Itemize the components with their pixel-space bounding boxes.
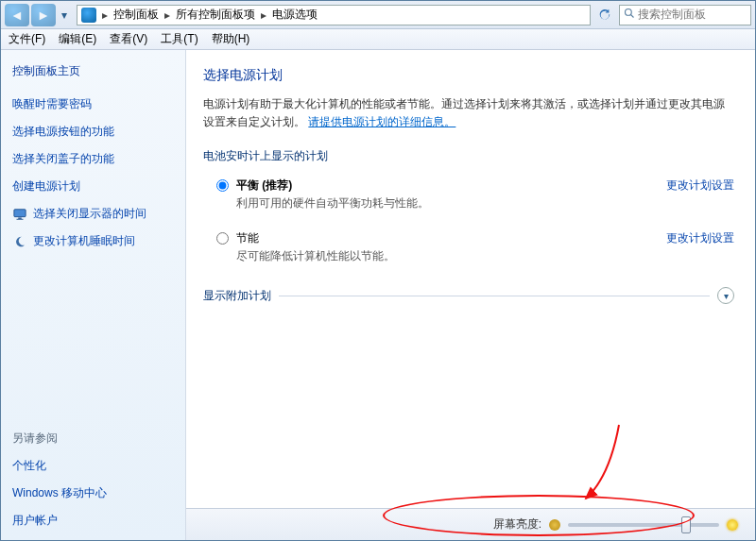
sidebar-item-label: 更改计算机睡眠时间 bbox=[33, 233, 135, 249]
sidebar: 控制面板主页 唤醒时需要密码 选择电源按钮的功能 选择关闭盖子的功能 创建电源计… bbox=[1, 50, 186, 540]
menu-edit[interactable]: 编辑(E) bbox=[57, 30, 98, 48]
brightness-label: 屏幕亮度: bbox=[493, 516, 541, 533]
plan-name: 平衡 (推荐) bbox=[236, 178, 657, 194]
plan-name: 节能 bbox=[236, 230, 657, 246]
chevron-right-icon[interactable]: ▸ bbox=[161, 8, 174, 22]
main-panel: 选择电源计划 电源计划有助于最大化计算机的性能或者节能。通过选择计划来将其激活，… bbox=[186, 50, 755, 540]
divider bbox=[279, 296, 710, 296]
sidebar-item-label: 选择关闭显示器的时间 bbox=[33, 206, 146, 222]
breadcrumb[interactable]: ▸ 控制面板 ▸ 所有控制面板项 ▸ 电源选项 bbox=[77, 5, 591, 25]
brightness-low-icon bbox=[549, 519, 560, 531]
svg-point-0 bbox=[626, 9, 632, 16]
menu-tools[interactable]: 工具(T) bbox=[159, 30, 199, 48]
see-also-personalization[interactable]: 个性化 bbox=[12, 458, 174, 474]
back-button[interactable]: ◄ bbox=[5, 4, 29, 26]
control-panel-icon bbox=[81, 8, 96, 23]
breadcrumb-segment[interactable]: 控制面板 bbox=[112, 5, 161, 25]
details-link[interactable]: 请提供电源计划的详细信息。 bbox=[308, 115, 455, 128]
sidebar-link-power-button[interactable]: 选择电源按钮的功能 bbox=[12, 124, 174, 140]
breadcrumb-segment[interactable]: 电源选项 bbox=[270, 5, 319, 25]
brightness-bar: 屏幕亮度: bbox=[186, 508, 755, 540]
plan-radio-saver[interactable] bbox=[216, 232, 229, 245]
plan-desc: 尽可能降低计算机性能以节能。 bbox=[236, 248, 657, 264]
brightness-high-icon bbox=[727, 519, 738, 531]
menu-help[interactable]: 帮助(H) bbox=[210, 30, 252, 48]
see-also-mobility-center[interactable]: Windows 移动中心 bbox=[12, 485, 174, 501]
sidebar-home-link[interactable]: 控制面板主页 bbox=[12, 63, 174, 79]
change-plan-settings-link[interactable]: 更改计划设置 bbox=[666, 230, 734, 246]
breadcrumb-segment[interactable]: 所有控制面板项 bbox=[174, 5, 257, 25]
sidebar-item-label: 选择关闭盖子的功能 bbox=[12, 151, 114, 167]
chevron-right-icon[interactable]: ▸ bbox=[98, 8, 112, 22]
menu-file[interactable]: 文件(F) bbox=[7, 30, 47, 48]
moon-icon bbox=[12, 234, 27, 249]
plan-group-label: 电池安时计上显示的计划 bbox=[203, 148, 734, 164]
refresh-button[interactable] bbox=[594, 6, 615, 25]
additional-plans-row: 显示附加计划 ▾ bbox=[203, 287, 734, 304]
menu-view[interactable]: 查看(V) bbox=[108, 30, 149, 48]
plan-desc: 利用可用的硬件自动平衡功耗与性能。 bbox=[236, 195, 657, 211]
nav-history-dropdown[interactable]: ▾ bbox=[58, 4, 71, 26]
sidebar-item-label: 选择电源按钮的功能 bbox=[12, 124, 114, 140]
see-also-user-accounts[interactable]: 用户帐户 bbox=[12, 513, 174, 529]
sidebar-link-create-plan[interactable]: 创建电源计划 bbox=[12, 178, 174, 194]
see-also-heading: 另请参阅 bbox=[12, 431, 174, 447]
sidebar-link-close-lid[interactable]: 选择关闭盖子的功能 bbox=[12, 151, 174, 167]
sidebar-item-label: 创建电源计划 bbox=[12, 178, 80, 194]
expand-plans-button[interactable]: ▾ bbox=[717, 287, 734, 304]
brightness-slider[interactable] bbox=[568, 523, 719, 527]
search-placeholder: 搜索控制面板 bbox=[638, 7, 706, 23]
plan-radio-balanced[interactable] bbox=[216, 179, 229, 192]
page-title: 选择电源计划 bbox=[203, 67, 734, 84]
search-input[interactable]: 搜索控制面板 bbox=[619, 5, 751, 25]
forward-button[interactable]: ► bbox=[31, 4, 56, 26]
search-icon bbox=[624, 8, 635, 22]
page-description: 电源计划有助于最大化计算机的性能或者节能。通过选择计划来将其激活，或选择计划并通… bbox=[203, 95, 734, 131]
svg-line-1 bbox=[631, 15, 634, 18]
plan-row-saver: 节能 尽可能降低计算机性能以节能。 更改计划设置 bbox=[203, 225, 734, 266]
chevron-right-icon[interactable]: ▸ bbox=[257, 8, 270, 22]
menu-bar: 文件(F) 编辑(E) 查看(V) 工具(T) 帮助(H) bbox=[1, 29, 755, 50]
svg-rect-3 bbox=[18, 217, 22, 218]
svg-rect-2 bbox=[14, 209, 26, 216]
additional-plans-label: 显示附加计划 bbox=[203, 288, 271, 304]
monitor-icon bbox=[12, 207, 27, 222]
change-plan-settings-link[interactable]: 更改计划设置 bbox=[666, 178, 734, 194]
sidebar-link-display-off[interactable]: 选择关闭显示器的时间 bbox=[12, 206, 174, 222]
address-bar: ◄ ► ▾ ▸ 控制面板 ▸ 所有控制面板项 ▸ 电源选项 搜索控制面板 bbox=[1, 1, 755, 29]
sidebar-link-sleep-time[interactable]: 更改计算机睡眠时间 bbox=[12, 233, 174, 249]
sidebar-item-label: 唤醒时需要密码 bbox=[12, 96, 92, 112]
svg-rect-4 bbox=[17, 218, 24, 219]
plan-row-balanced: 平衡 (推荐) 利用可用的硬件自动平衡功耗与性能。 更改计划设置 bbox=[203, 172, 734, 213]
sidebar-link-wake-password[interactable]: 唤醒时需要密码 bbox=[12, 96, 174, 112]
chevron-down-icon: ▾ bbox=[724, 291, 729, 301]
